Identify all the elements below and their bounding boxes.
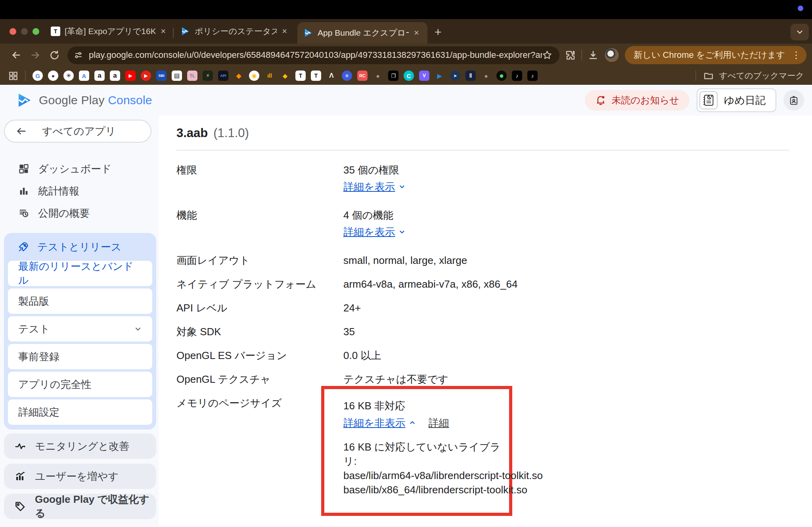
console-header: Google Play Console 未読のお知らせ ゆめ日記 [0, 85, 812, 116]
row-label: API レベル [176, 301, 343, 315]
sidebar-item-app-integrity[interactable]: アプリの完全性 [8, 372, 152, 397]
developer-badge-button[interactable] [783, 90, 804, 111]
chrome-update-button[interactable]: 新しい Chrome をご利用いただけます ⋮ [625, 46, 806, 64]
google-icon[interactable]: G [33, 71, 43, 81]
sidebar-item-advanced-settings[interactable]: 詳細設定 [8, 399, 152, 425]
canva-icon[interactable]: C [404, 71, 414, 81]
google-ads-icon[interactable]: ◉ [249, 71, 259, 81]
profile-avatar[interactable] [604, 48, 619, 63]
google-play-icon[interactable]: ▶ [435, 71, 445, 81]
sidebar-item-production[interactable]: 製品版 [8, 288, 152, 314]
play-console-favicon-icon [304, 28, 313, 38]
sidebar-section-label: テストとリリース [37, 240, 121, 254]
apple-icon[interactable]: ● [373, 71, 383, 81]
window-minimize-button[interactable] [21, 28, 28, 35]
tiktok-icon[interactable]: ♪ [512, 71, 522, 81]
sidebar-item-dashboard[interactable]: ダッシュボード [4, 158, 156, 180]
chrome-tab-bar: T [革命] Expoアプリで16KB対応に × ポリシーのステータス - 詳細… [0, 19, 812, 44]
youtube-icon[interactable]: ▶ [125, 71, 136, 81]
alien-icon[interactable]: ☻ [496, 71, 507, 81]
youtube-music-icon[interactable]: ▶ [141, 71, 151, 81]
openai-icon[interactable]: ✳ [63, 71, 74, 81]
vexd-icon[interactable]: V [419, 71, 429, 81]
google-analytics-icon[interactable]: ıll [264, 71, 275, 81]
download-icon[interactable] [588, 50, 599, 61]
row-value: 35 個の権限 [343, 163, 406, 177]
sidebar-item-publishing-overview[interactable]: 公開の概要 [4, 202, 156, 224]
apple-icon-2[interactable]: ● [481, 71, 491, 81]
play-console-page: Google Play Console 未読のお知らせ ゆめ日記 [0, 85, 812, 527]
fullscreen-frame-icon[interactable]: ❐ [388, 71, 398, 81]
browser-tab-1[interactable]: T [革命] Expoアプリで16KB対応に × [44, 19, 172, 44]
new-tab-button[interactable]: + [427, 25, 449, 44]
tab-close-icon[interactable]: × [413, 28, 420, 38]
sidebar-item-test-and-release[interactable]: テストとリリース [8, 235, 152, 258]
play-console-logo[interactable]: Google Play Console [17, 92, 152, 108]
back-button[interactable] [8, 47, 25, 63]
header-right-cluster: 未読のお知らせ ゆめ日記 [585, 88, 804, 112]
t-doc-icon-2[interactable]: T [311, 71, 321, 81]
tiktok-icon-2[interactable]: ♪ [527, 71, 538, 81]
address-bar[interactable]: play.google.com/console/u/0/developers/6… [67, 46, 559, 64]
toolbar-right-cluster: 新しい Chrome をご利用いただけます ⋮ [565, 46, 806, 64]
browser-tab-2[interactable]: ポリシーのステータス - 詳細 | ゆ × [174, 19, 293, 44]
rc-icon[interactable]: RC [357, 71, 368, 81]
code-share-icon[interactable]: ➤ [450, 71, 460, 81]
apps-grid-icon[interactable] [8, 71, 18, 81]
window-close-button[interactable] [10, 28, 16, 35]
app-selector[interactable]: ゆめ日記 [697, 88, 776, 112]
hide-details-link[interactable]: 詳細を非表示 [343, 416, 417, 430]
row-label: 機能 [176, 208, 343, 239]
all-apps-back-button[interactable]: すべてのアプリ [4, 120, 151, 143]
sidebar-item-grow-users[interactable]: ユーザーを増やす [4, 464, 156, 489]
chrome-toolbar: play.google.com/console/u/0/developers/6… [0, 44, 812, 67]
firebase-icon[interactable]: ◆ [234, 71, 244, 81]
show-details-link[interactable]: 詳細を表示 [343, 180, 406, 193]
pause-bars-icon[interactable]: ‖ [465, 71, 476, 81]
details-link[interactable]: 詳細 [429, 416, 449, 430]
reload-button[interactable] [46, 47, 63, 63]
row-label: 画面レイアウト [176, 254, 343, 267]
unread-notifications-button[interactable]: 未読のお知らせ [585, 90, 689, 111]
google-adsense-icon[interactable]: ◆ [280, 71, 290, 81]
sidebar-item-label: 統計情報 [38, 184, 79, 198]
lightning-icon[interactable]: ⚡ [203, 71, 213, 81]
browser-menu-icon[interactable]: ⋮ [791, 50, 801, 61]
browser-tab-active[interactable]: App Bundle エクスプローラ | ゆ × [297, 22, 427, 44]
api-icon[interactable]: API [218, 71, 228, 81]
notebook-icon[interactable]: ▤ [172, 71, 182, 81]
sidebar-item-pre-registration[interactable]: 事前登録 [8, 344, 152, 369]
github-icon[interactable]: ● [48, 71, 58, 81]
google-translate-icon[interactable]: A [79, 71, 89, 81]
tab-close-icon[interactable]: × [160, 26, 167, 36]
sidebar-item-testing[interactable]: テスト [8, 316, 152, 342]
window-zoom-button[interactable] [33, 28, 39, 35]
t-doc-icon[interactable]: T [295, 71, 306, 81]
row-value: 35 [343, 325, 355, 338]
sidebar-item-monitoring[interactable]: モニタリングと改善 [4, 433, 156, 459]
bookmark-star-icon[interactable] [542, 50, 552, 60]
row-value: 4 個の機能 [343, 208, 406, 222]
tab-search-button[interactable] [791, 24, 809, 40]
all-bookmarks-button[interactable]: すべてのブックマーク [694, 70, 804, 81]
detail-row-features: 機能 4 個の機能 詳細を表示 [176, 208, 789, 239]
sidebar-item-label: 詳細設定 [18, 405, 59, 419]
tab-close-icon[interactable]: × [281, 26, 288, 36]
show-details-link[interactable]: 詳細を表示 [343, 225, 406, 239]
chevron-down-icon [795, 28, 804, 36]
amazon-icon-2[interactable]: a [110, 71, 120, 81]
techlab-icon[interactable]: TL [187, 71, 197, 81]
forward-button[interactable] [27, 47, 44, 63]
sidebar-item-statistics[interactable]: 統計情報 [4, 180, 156, 202]
sidebar-item-monetize[interactable]: Google Play で収益化する [4, 494, 156, 519]
sbi-icon[interactable]: SBI [156, 71, 167, 81]
extensions-puzzle-icon[interactable] [565, 50, 576, 61]
chatgpt-blue-icon[interactable]: ✳ [342, 71, 352, 81]
macos-menubar [0, 0, 812, 19]
amazon-icon[interactable]: a [94, 71, 105, 81]
sidebar-item-latest-releases-bundles[interactable]: 最新のリリースとバンドル [8, 261, 152, 286]
tab-title: ポリシーのステータス - 詳細 | ゆ [195, 26, 277, 37]
expo-icon[interactable]: Λ [326, 71, 337, 81]
site-settings-icon [74, 50, 83, 60]
sidebar-nav: ダッシュボード 統計情報 公開の概要 [4, 158, 156, 224]
